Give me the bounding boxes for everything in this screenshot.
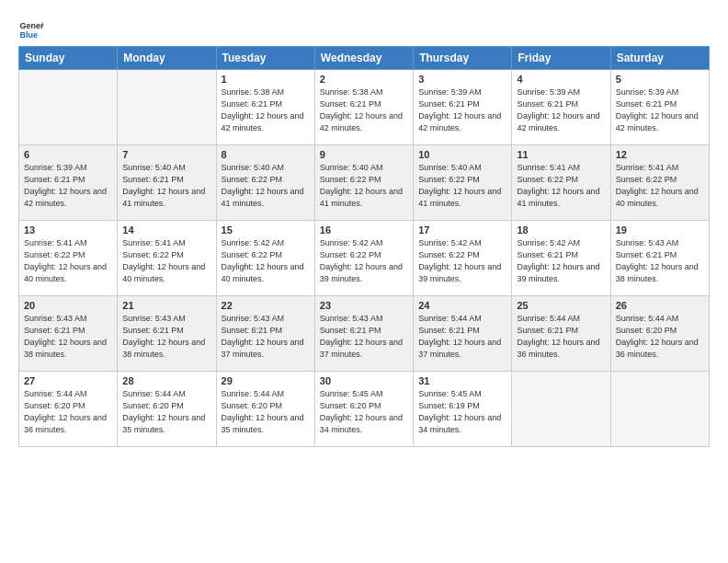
day-info: Sunrise: 5:39 AMSunset: 6:21 PMDaylight:… [418,86,506,134]
day-info: Sunrise: 5:44 AMSunset: 6:20 PMDaylight:… [222,388,310,436]
week-row-1: 1Sunrise: 5:38 AMSunset: 6:21 PMDaylight… [19,70,710,145]
week-row-3: 13Sunrise: 5:41 AMSunset: 6:22 PMDayligh… [19,221,710,296]
day-number: 5 [616,74,704,85]
calendar-table: SundayMondayTuesdayWednesdayThursdayFrid… [18,46,710,447]
week-row-4: 20Sunrise: 5:43 AMSunset: 6:21 PMDayligh… [19,296,710,372]
calendar-cell: 18Sunrise: 5:42 AMSunset: 6:21 PMDayligh… [512,221,610,296]
weekday-header-friday: Friday [512,47,610,70]
calendar-cell: 15Sunrise: 5:42 AMSunset: 6:22 PMDayligh… [216,221,314,296]
day-number: 16 [320,224,408,236]
day-info: Sunrise: 5:38 AMSunset: 6:21 PMDaylight:… [222,86,310,134]
calendar-cell: 4Sunrise: 5:39 AMSunset: 6:21 PMDaylight… [512,70,610,145]
day-info: Sunrise: 5:42 AMSunset: 6:21 PMDaylight:… [517,237,605,285]
weekday-header-tuesday: Tuesday [216,47,314,70]
day-info: Sunrise: 5:44 AMSunset: 6:20 PMDaylight:… [616,313,704,361]
calendar-cell: 27Sunrise: 5:44 AMSunset: 6:20 PMDayligh… [19,372,118,447]
day-number: 7 [122,149,210,160]
day-info: Sunrise: 5:44 AMSunset: 6:20 PMDaylight:… [24,388,112,436]
day-number: 15 [222,224,310,236]
weekday-header-saturday: Saturday [610,47,709,70]
day-number: 6 [24,149,112,160]
day-info: Sunrise: 5:38 AMSunset: 6:21 PMDaylight:… [320,86,408,134]
day-number: 20 [24,300,112,311]
day-info: Sunrise: 5:41 AMSunset: 6:22 PMDaylight:… [517,162,605,210]
calendar-cell: 3Sunrise: 5:39 AMSunset: 6:21 PMDaylight… [414,70,512,145]
day-number: 14 [122,224,210,236]
calendar-cell: 22Sunrise: 5:43 AMSunset: 6:21 PMDayligh… [216,296,314,372]
calendar-cell: 24Sunrise: 5:44 AMSunset: 6:21 PMDayligh… [414,296,512,372]
calendar-cell: 25Sunrise: 5:44 AMSunset: 6:21 PMDayligh… [512,296,610,372]
calendar-cell: 11Sunrise: 5:41 AMSunset: 6:22 PMDayligh… [512,145,610,221]
day-info: Sunrise: 5:41 AMSunset: 6:22 PMDaylight:… [122,237,210,285]
day-number: 25 [517,300,605,311]
day-number: 9 [320,149,408,160]
day-number: 27 [24,375,112,386]
day-info: Sunrise: 5:41 AMSunset: 6:22 PMDaylight:… [24,237,112,285]
day-number: 4 [517,74,605,85]
calendar-cell: 14Sunrise: 5:41 AMSunset: 6:22 PMDayligh… [118,221,216,296]
weekday-header-sunday: Sunday [19,47,118,70]
calendar-cell: 10Sunrise: 5:40 AMSunset: 6:22 PMDayligh… [414,145,512,221]
day-info: Sunrise: 5:44 AMSunset: 6:20 PMDaylight:… [122,388,210,436]
day-number: 31 [418,375,506,386]
calendar-cell [610,372,709,447]
day-number: 10 [418,149,506,160]
calendar-cell: 30Sunrise: 5:45 AMSunset: 6:20 PMDayligh… [314,372,413,447]
svg-text:Blue: Blue [19,30,38,40]
day-number: 21 [122,300,210,311]
calendar-cell: 21Sunrise: 5:43 AMSunset: 6:21 PMDayligh… [118,296,216,372]
calendar-cell: 9Sunrise: 5:40 AMSunset: 6:22 PMDaylight… [314,145,413,221]
day-info: Sunrise: 5:39 AMSunset: 6:21 PMDaylight:… [517,86,605,134]
day-info: Sunrise: 5:44 AMSunset: 6:21 PMDaylight:… [517,313,605,361]
day-number: 2 [320,74,408,85]
weekday-header-thursday: Thursday [414,47,512,70]
day-number: 3 [418,74,506,85]
day-info: Sunrise: 5:40 AMSunset: 6:21 PMDaylight:… [122,162,210,210]
day-info: Sunrise: 5:43 AMSunset: 6:21 PMDaylight:… [616,237,704,285]
calendar-cell: 31Sunrise: 5:45 AMSunset: 6:19 PMDayligh… [414,372,512,447]
day-number: 12 [616,149,704,160]
calendar-cell: 17Sunrise: 5:42 AMSunset: 6:22 PMDayligh… [414,221,512,296]
day-info: Sunrise: 5:43 AMSunset: 6:21 PMDaylight:… [24,313,112,361]
page: General Blue SundayMondayTuesdayWednesda… [0,0,728,563]
weekday-header-wednesday: Wednesday [314,47,413,70]
day-info: Sunrise: 5:39 AMSunset: 6:21 PMDaylight:… [616,86,704,134]
calendar-cell: 12Sunrise: 5:41 AMSunset: 6:22 PMDayligh… [610,145,709,221]
logo-icon: General Blue [18,15,44,40]
day-info: Sunrise: 5:43 AMSunset: 6:21 PMDaylight:… [222,313,310,361]
day-number: 17 [418,224,506,236]
calendar-cell: 23Sunrise: 5:43 AMSunset: 6:21 PMDayligh… [314,296,413,372]
day-number: 11 [517,149,605,160]
calendar-cell: 7Sunrise: 5:40 AMSunset: 6:21 PMDaylight… [118,145,216,221]
header: General Blue [18,15,710,40]
day-number: 13 [24,224,112,236]
day-info: Sunrise: 5:45 AMSunset: 6:20 PMDaylight:… [320,388,408,436]
day-info: Sunrise: 5:43 AMSunset: 6:21 PMDaylight:… [320,313,408,361]
day-info: Sunrise: 5:45 AMSunset: 6:19 PMDaylight:… [418,388,506,436]
day-info: Sunrise: 5:43 AMSunset: 6:21 PMDaylight:… [122,313,210,361]
weekday-header-row: SundayMondayTuesdayWednesdayThursdayFrid… [19,47,710,70]
calendar-cell: 29Sunrise: 5:44 AMSunset: 6:20 PMDayligh… [216,372,314,447]
calendar-cell [19,70,118,145]
calendar-cell: 16Sunrise: 5:42 AMSunset: 6:22 PMDayligh… [314,221,413,296]
day-info: Sunrise: 5:42 AMSunset: 6:22 PMDaylight:… [320,237,408,285]
day-number: 18 [517,224,605,236]
day-number: 28 [122,375,210,386]
calendar-cell: 5Sunrise: 5:39 AMSunset: 6:21 PMDaylight… [610,70,709,145]
day-number: 8 [222,149,310,160]
day-number: 24 [418,300,506,311]
calendar-cell: 1Sunrise: 5:38 AMSunset: 6:21 PMDaylight… [216,70,314,145]
week-row-5: 27Sunrise: 5:44 AMSunset: 6:20 PMDayligh… [19,372,710,447]
day-number: 30 [320,375,408,386]
day-number: 1 [222,74,310,85]
weekday-header-monday: Monday [118,47,216,70]
day-info: Sunrise: 5:40 AMSunset: 6:22 PMDaylight:… [418,162,506,210]
day-info: Sunrise: 5:44 AMSunset: 6:21 PMDaylight:… [418,313,506,361]
calendar-cell: 2Sunrise: 5:38 AMSunset: 6:21 PMDaylight… [314,70,413,145]
day-info: Sunrise: 5:42 AMSunset: 6:22 PMDaylight:… [222,237,310,285]
logo: General Blue [18,15,44,40]
day-info: Sunrise: 5:40 AMSunset: 6:22 PMDaylight:… [222,162,310,210]
day-number: 19 [616,224,704,236]
calendar-cell: 8Sunrise: 5:40 AMSunset: 6:22 PMDaylight… [216,145,314,221]
calendar-cell: 6Sunrise: 5:39 AMSunset: 6:21 PMDaylight… [19,145,118,221]
